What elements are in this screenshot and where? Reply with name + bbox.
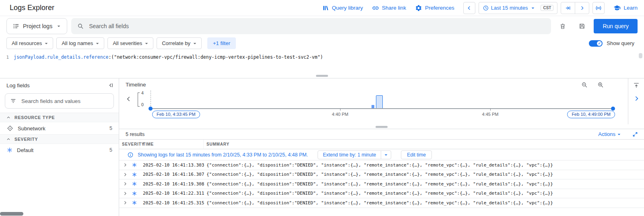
timezone-badge[interactable]: CST xyxy=(541,5,553,11)
save-query-button[interactable] xyxy=(574,19,590,33)
log-fields-search-input[interactable] xyxy=(21,98,109,104)
timeline-next-icon[interactable] xyxy=(632,95,640,103)
timeline-histogram-bar[interactable] xyxy=(376,95,383,108)
share-link-button[interactable]: Share link xyxy=(372,4,406,12)
editor-scrollbar[interactable] xyxy=(639,53,642,58)
log-fields-search-box xyxy=(5,93,114,109)
scope-icon xyxy=(12,23,20,30)
log-scope-button[interactable]: Project logs xyxy=(6,18,67,34)
severity-section-header[interactable]: SEVERITY xyxy=(0,134,119,144)
query-library-button[interactable]: Query library xyxy=(322,4,363,12)
timeline-start-handle[interactable] xyxy=(149,107,153,111)
query-bar: Project logs Run query xyxy=(0,16,644,36)
all-resources-dropdown[interactable]: All resources xyxy=(6,37,53,49)
graduation-cap-icon xyxy=(613,4,621,12)
live-tail-icon xyxy=(595,5,602,11)
top-bar-actions: Query library Share link Preferences Las… xyxy=(322,2,638,14)
timeline-tick xyxy=(340,109,341,111)
horizontal-scrollbar-thumb[interactable] xyxy=(0,212,23,216)
default-severity-icon xyxy=(129,162,140,168)
all-severities-dropdown[interactable]: All severities xyxy=(107,37,153,49)
log-row-time: 2025-02-10 16:41:13.303 xyxy=(140,163,204,168)
timeline-zoom-controls xyxy=(581,81,604,88)
learn-button[interactable]: Learn xyxy=(613,4,638,12)
expand-row-icon[interactable] xyxy=(119,181,129,187)
show-query-label: Show query xyxy=(607,40,634,46)
editor-query-text[interactable]: jsonPayload.rule_details.reference:("net… xyxy=(14,54,323,73)
query-editor[interactable]: 1 jsonPayload.rule_details.reference:("n… xyxy=(0,51,644,73)
timeline-resize-grip[interactable] xyxy=(376,126,388,128)
default-severity-icon xyxy=(129,200,140,206)
time-back-button[interactable] xyxy=(463,2,475,14)
editor-resize-handle-row xyxy=(0,73,644,78)
default-severity-icon xyxy=(129,172,140,177)
collapse-panel-icon[interactable] xyxy=(107,82,115,89)
log-field-item-label: Subnetwork xyxy=(18,125,45,132)
correlate-by-dropdown[interactable]: Correlate by xyxy=(157,37,202,49)
log-scope-label: Project logs xyxy=(23,23,52,29)
chevron-down-icon xyxy=(143,40,150,47)
log-fields-panel: Log fields RESOURCE TYPE Subnetwork 5 SE… xyxy=(0,78,119,216)
time-jump-group xyxy=(561,2,589,14)
save-icon xyxy=(578,23,586,30)
log-row-summary: {"connection":{…}, "disposition":"DENIED… xyxy=(204,163,644,168)
timeline-end-handle[interactable] xyxy=(611,107,615,111)
editor-resize-grip[interactable] xyxy=(316,75,328,77)
extend-time-button[interactable]: Extend time by: 1 minute xyxy=(318,150,381,159)
jump-to-now-button[interactable] xyxy=(561,2,575,14)
chevron-down-icon xyxy=(192,40,198,47)
correlate-by-label: Correlate by xyxy=(162,40,190,46)
severity-section-label: SEVERITY xyxy=(14,137,38,142)
time-range-controls: Last 15 minutes CST xyxy=(463,2,605,14)
log-row[interactable]: 2025-02-10 16:41:13.303 {"connection":{…… xyxy=(119,160,644,170)
all-log-names-dropdown[interactable]: All log names xyxy=(56,37,104,49)
open-in-full-icon[interactable] xyxy=(632,131,638,138)
time-forward-button[interactable] xyxy=(575,2,589,14)
timeline-start-chip[interactable]: Feb 10, 4:33:45 PM xyxy=(152,111,200,118)
log-row[interactable]: 2025-02-10 16:41:22.311 {"connection":{…… xyxy=(119,189,644,199)
chevron-down-icon xyxy=(530,5,536,11)
log-row[interactable]: 2025-02-10 16:41:19.308 {"connection":{…… xyxy=(119,179,644,189)
log-row-summary: {"connection":{…}, "disposition":"DENIED… xyxy=(204,191,644,196)
expand-row-icon[interactable] xyxy=(119,162,129,168)
log-field-item-count: 5 xyxy=(109,147,112,153)
log-row[interactable]: 2025-02-10 16:41:25.315 {"connection":{…… xyxy=(119,198,644,208)
expand-row-icon[interactable] xyxy=(119,191,129,196)
stream-logs-button[interactable] xyxy=(592,2,605,14)
timeline-chart[interactable]: 4 0 4:40 PM 4:45 PM Feb 10, 4:33:45 PM F… xyxy=(119,91,628,124)
toggle-check-icon: ✓ xyxy=(597,41,602,46)
expand-row-icon[interactable] xyxy=(119,172,129,177)
search-input[interactable] xyxy=(89,23,545,29)
zoom-in-icon[interactable] xyxy=(597,81,604,88)
results-table-header: SEVERITY TIME SUMMARY xyxy=(119,140,644,149)
page-title: Logs Explorer xyxy=(10,4,54,12)
zoom-out-icon[interactable] xyxy=(581,81,588,88)
resource-type-section-header[interactable]: RESOURCE TYPE xyxy=(0,113,119,122)
log-field-item-subnetwork[interactable]: Subnetwork 5 xyxy=(0,122,119,134)
extra-filter-chip[interactable]: +1 filter xyxy=(207,37,236,49)
query-field-path: jsonPayload.rule_details.reference xyxy=(14,54,108,60)
resource-type-section-label: RESOURCE TYPE xyxy=(14,115,55,120)
preferences-button[interactable]: Preferences xyxy=(415,4,454,12)
actions-dropdown[interactable]: Actions xyxy=(598,131,622,138)
column-header-summary: SUMMARY xyxy=(204,140,644,149)
timeline-prev-icon[interactable] xyxy=(125,95,133,103)
clear-query-button[interactable] xyxy=(555,19,570,33)
book-icon xyxy=(322,4,329,12)
time-range-button[interactable]: Last 15 minutes CST xyxy=(479,2,557,14)
subnetwork-icon xyxy=(6,125,14,132)
edit-time-button[interactable]: Edit time xyxy=(401,150,432,159)
log-row[interactable]: 2025-02-10 16:41:16.307 {"connection":{…… xyxy=(119,170,644,180)
timeline-histogram-bar[interactable] xyxy=(372,105,374,108)
timeline-y-axis xyxy=(138,93,140,107)
extend-time-caret-button[interactable] xyxy=(381,150,391,159)
timeline-end-chip[interactable]: Feb 10, 4:49:00 PM xyxy=(567,111,615,118)
log-field-item-default[interactable]: Default 5 xyxy=(0,144,119,156)
query-field-value: :("network:consumer-vpc/firewall:deny-ic… xyxy=(108,54,323,60)
expand-row-icon[interactable] xyxy=(119,200,129,206)
log-row-time: 2025-02-10 16:41:16.307 xyxy=(140,172,204,177)
show-query-toggle[interactable]: ✓ xyxy=(589,40,603,47)
collapse-timeline-icon[interactable] xyxy=(633,82,640,89)
run-query-button[interactable]: Run query xyxy=(594,19,638,33)
timeline-header: Timeline xyxy=(119,78,644,91)
